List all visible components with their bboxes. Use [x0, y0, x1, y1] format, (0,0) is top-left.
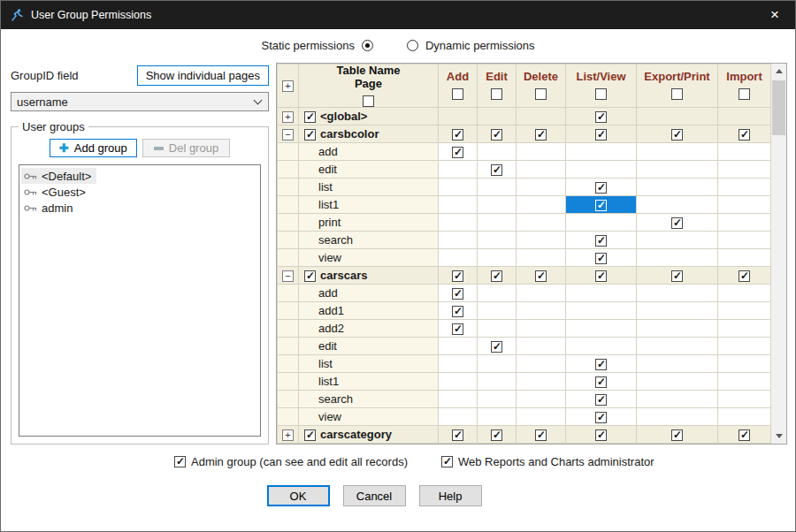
- perm-cell-delete[interactable]: [517, 372, 566, 390]
- perm-checkbox-list[interactable]: [595, 394, 607, 406]
- perm-cell-export[interactable]: [637, 390, 718, 407]
- dynamic-permissions-radio[interactable]: [407, 40, 418, 51]
- perm-cell-import[interactable]: [718, 301, 771, 319]
- perm-cell-import[interactable]: [718, 390, 771, 407]
- perm-cell-add[interactable]: [439, 319, 478, 337]
- perm-cell-export[interactable]: [637, 248, 718, 266]
- perm-cell-add[interactable]: [439, 248, 478, 266]
- perm-cell-list[interactable]: [566, 319, 637, 337]
- perm-cell-import[interactable]: [718, 407, 771, 425]
- perm-cell-edit[interactable]: [478, 284, 517, 301]
- close-icon[interactable]: ×: [754, 1, 795, 29]
- perm-cell-export[interactable]: [637, 107, 718, 125]
- perm-cell-edit[interactable]: [478, 425, 517, 443]
- perm-cell-export[interactable]: [637, 354, 718, 372]
- perm-checkbox-edit[interactable]: [491, 341, 502, 353]
- perm-cell-add[interactable]: [439, 372, 478, 390]
- page-name-cell[interactable]: list1: [299, 195, 439, 213]
- perm-cell-list[interactable]: [566, 337, 637, 354]
- page-name-cell[interactable]: add2: [299, 319, 439, 337]
- perm-checkbox-export[interactable]: [671, 429, 683, 441]
- perm-cell-edit[interactable]: [478, 142, 517, 160]
- page-name-cell[interactable]: list1: [299, 372, 439, 390]
- perm-cell-export[interactable]: [637, 160, 718, 178]
- group-name-cell[interactable]: carscategory: [299, 425, 439, 443]
- scroll-down-icon[interactable]: [771, 429, 786, 444]
- perm-cell-import[interactable]: [718, 319, 771, 337]
- perm-cell-list[interactable]: [566, 178, 637, 195]
- page-name-cell[interactable]: add1: [299, 301, 439, 319]
- perm-cell-edit[interactable]: [478, 390, 517, 407]
- vertical-scrollbar[interactable]: [771, 64, 786, 444]
- perm-cell-delete[interactable]: [517, 142, 566, 160]
- perm-cell-add[interactable]: [439, 407, 478, 425]
- perm-cell-edit[interactable]: [478, 319, 517, 337]
- perm-checkbox-add[interactable]: [452, 323, 463, 335]
- page-name-cell[interactable]: list: [299, 178, 439, 195]
- perm-cell-delete[interactable]: [517, 195, 566, 213]
- page-name-cell[interactable]: view: [299, 248, 439, 266]
- perm-cell-import[interactable]: [718, 284, 771, 301]
- perm-checkbox-export[interactable]: [671, 217, 683, 229]
- perm-cell-delete[interactable]: [517, 125, 566, 142]
- perm-checkbox-edit[interactable]: [491, 429, 502, 441]
- perm-cell-import[interactable]: [718, 266, 771, 284]
- perm-cell-edit[interactable]: [478, 266, 517, 284]
- user-group-item[interactable]: <Default>: [21, 168, 96, 184]
- perm-checkbox-list[interactable]: [595, 429, 607, 441]
- perm-cell-edit[interactable]: [478, 213, 517, 231]
- cancel-button[interactable]: Cancel: [343, 485, 406, 506]
- perm-cell-list[interactable]: [566, 142, 637, 160]
- admin-group-checkbox[interactable]: [174, 456, 186, 467]
- perm-cell-delete[interactable]: [517, 160, 566, 178]
- web-reports-checkbox[interactable]: [441, 456, 453, 467]
- perm-checkbox-import[interactable]: [739, 129, 750, 141]
- perm-checkbox-list[interactable]: [595, 253, 607, 264]
- group-checkbox[interactable]: [304, 429, 316, 441]
- perm-cell-edit[interactable]: [478, 248, 517, 266]
- admin-group-option[interactable]: Admin group (can see and edit all record…: [174, 455, 408, 468]
- column-checkbox-add[interactable]: [452, 88, 463, 100]
- perm-cell-add[interactable]: [439, 142, 478, 160]
- show-individual-pages-button[interactable]: Show individual pages: [137, 65, 269, 86]
- perm-cell-delete[interactable]: [517, 284, 566, 301]
- perm-cell-edit[interactable]: [478, 354, 517, 372]
- page-name-cell[interactable]: add: [299, 142, 439, 160]
- group-checkbox[interactable]: [304, 270, 316, 282]
- column-checkbox-list[interactable]: [595, 88, 607, 100]
- perm-cell-add[interactable]: [439, 266, 478, 284]
- titlebar[interactable]: User Group Permissions ×: [1, 1, 795, 29]
- perm-cell-delete[interactable]: [517, 248, 566, 266]
- perm-checkbox-list[interactable]: [595, 111, 607, 123]
- perm-cell-edit[interactable]: [478, 301, 517, 319]
- perm-cell-edit[interactable]: [478, 125, 517, 142]
- perm-checkbox-edit[interactable]: [491, 270, 502, 282]
- expand-icon[interactable]: +: [282, 111, 294, 123]
- group-name-cell[interactable]: carsbcolor: [299, 125, 439, 142]
- perm-cell-export[interactable]: [637, 425, 718, 443]
- column-checkbox-delete[interactable]: [535, 88, 547, 100]
- perm-cell-add[interactable]: [439, 160, 478, 178]
- static-permissions-radio[interactable]: [362, 40, 373, 51]
- perm-cell-delete[interactable]: [517, 301, 566, 319]
- perm-checkbox-add[interactable]: [452, 270, 463, 282]
- perm-cell-delete[interactable]: [517, 319, 566, 337]
- groupid-field-select[interactable]: username: [11, 92, 269, 111]
- user-groups-list[interactable]: <Default><Guest>admin: [19, 164, 261, 437]
- perm-checkbox-delete[interactable]: [535, 429, 547, 441]
- perm-cell-delete[interactable]: [517, 213, 566, 231]
- perm-cell-add[interactable]: [439, 231, 478, 248]
- perm-cell-edit[interactable]: [478, 407, 517, 425]
- perm-checkbox-list[interactable]: [595, 412, 607, 423]
- web-reports-option[interactable]: Web Reports and Charts administrator: [441, 455, 654, 468]
- perm-cell-list[interactable]: [566, 231, 637, 248]
- perm-checkbox-add[interactable]: [452, 429, 463, 441]
- perm-cell-import[interactable]: [718, 160, 771, 178]
- perm-cell-export[interactable]: [637, 301, 718, 319]
- perm-cell-edit[interactable]: [478, 337, 517, 354]
- perm-cell-edit[interactable]: [478, 231, 517, 248]
- group-name-cell[interactable]: carscars: [299, 266, 439, 284]
- scroll-up-icon[interactable]: [771, 64, 786, 79]
- perm-cell-list[interactable]: [566, 248, 637, 266]
- perm-cell-list[interactable]: [566, 284, 637, 301]
